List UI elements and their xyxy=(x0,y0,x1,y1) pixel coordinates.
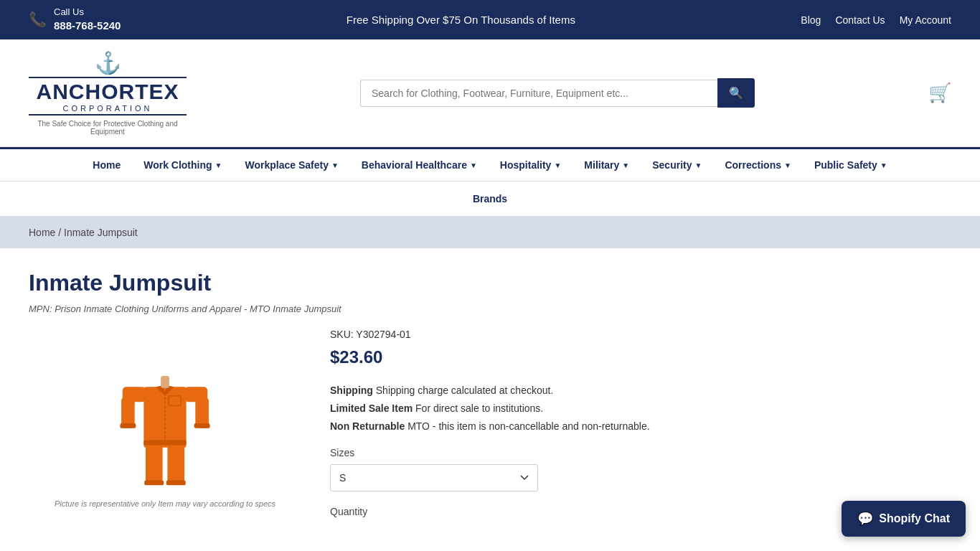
product-image-area: Picture is representative only Item may … xyxy=(29,329,301,517)
product-title: Inmate Jumpsuit xyxy=(29,270,951,296)
product-mpn: MPN: Prison Inmate Clothing Uniforms and… xyxy=(29,303,951,314)
sale-info: Limited Sale Item For direct sale to ins… xyxy=(330,400,951,418)
mpn-value: Prison Inmate Clothing Uniforms and Appa… xyxy=(55,303,341,314)
logo-text: ANCHORTEX xyxy=(36,80,179,104)
size-select[interactable]: S M L XL 2XL 3XL 4XL xyxy=(330,464,538,491)
image-caption: Picture is representative only Item may … xyxy=(55,499,275,508)
svg-rect-6 xyxy=(146,445,163,484)
sale-value: For direct sale to institutions. xyxy=(415,402,543,414)
anchor-icon: ⚓ xyxy=(95,50,121,75)
mpn-prefix: MPN: xyxy=(29,303,52,314)
nav-hospitality[interactable]: Hospitality ▼ xyxy=(489,149,573,181)
top-bar: 📞 Call Us 888-768-5240 Free Shipping Ove… xyxy=(0,0,980,39)
breadcrumb-separator: / xyxy=(58,227,61,238)
chat-label: Shopify Chat xyxy=(879,512,950,525)
behavioral-healthcare-chevron: ▼ xyxy=(470,161,477,169)
shipping-label: Shipping xyxy=(330,385,373,396)
breadcrumb-current: Inmate Jumpsuit xyxy=(64,227,138,238)
military-chevron: ▼ xyxy=(622,161,629,169)
security-chevron: ▼ xyxy=(695,161,702,169)
product-info-block: Shipping Shipping charge calculated at c… xyxy=(330,382,951,436)
nav-military[interactable]: Military ▼ xyxy=(573,149,641,181)
logo-name: ANCHORTEX xyxy=(36,80,179,104)
svg-rect-11 xyxy=(194,423,210,428)
sizes-section: Sizes S M L XL 2XL 3XL 4XL xyxy=(330,447,951,506)
product-layout: Picture is representative only Item may … xyxy=(29,329,951,517)
nav-workplace-safety[interactable]: Workplace Safety ▼ xyxy=(233,149,349,181)
svg-rect-10 xyxy=(120,423,136,428)
phone-number: 888-768-5240 xyxy=(54,19,121,33)
shipping-banner: Free Shipping Over $75 On Thousands of I… xyxy=(347,14,575,26)
top-nav-links: Blog Contact Us My Account xyxy=(801,14,951,26)
workplace-safety-chevron: ▼ xyxy=(331,161,339,169)
return-value: MTO - this item is non-cancellable and n… xyxy=(407,420,649,432)
nav-public-safety[interactable]: Public Safety ▼ xyxy=(803,149,899,181)
secondary-nav: Brands xyxy=(0,182,980,217)
phone-section: 📞 Call Us 888-768-5240 xyxy=(29,6,121,32)
svg-rect-7 xyxy=(167,445,184,484)
main-content: Inmate Jumpsuit MPN: Prison Inmate Cloth… xyxy=(0,248,980,539)
search-bar: 🔍 xyxy=(360,78,755,108)
product-price: $23.60 xyxy=(330,347,951,367)
logo-tagline: The Safe Choice for Protective Clothing … xyxy=(29,120,187,136)
jumpsuit-illustration xyxy=(93,332,237,490)
return-info: Non Returnable MTO - this item is non-ca… xyxy=(330,418,951,435)
svg-rect-12 xyxy=(144,480,164,485)
nav-corrections[interactable]: Corrections ▼ xyxy=(713,149,802,181)
logo-top-line xyxy=(29,77,187,78)
header: ⚓ ANCHORTEX CORPORATION The Safe Choice … xyxy=(0,39,980,147)
shipping-info: Shipping Shipping charge calculated at c… xyxy=(330,382,951,400)
sizes-label: Sizes xyxy=(330,447,951,458)
public-safety-chevron: ▼ xyxy=(880,161,887,169)
nav-work-clothing[interactable]: Work Clothing ▼ xyxy=(132,149,233,181)
logo-bottom-line xyxy=(29,114,187,116)
corrections-chevron: ▼ xyxy=(784,161,791,169)
svg-rect-13 xyxy=(166,480,186,485)
work-clothing-chevron: ▼ xyxy=(215,161,222,169)
svg-rect-15 xyxy=(161,376,169,388)
sale-label: Limited Sale Item xyxy=(330,402,413,414)
nav-brands[interactable]: Brands xyxy=(458,189,522,209)
product-details: SKU: Y302794-01 $23.60 Shipping Shipping… xyxy=(330,329,951,517)
cart-icon[interactable]: 🛒 xyxy=(928,82,951,104)
shipping-value: Shipping charge calculated at checkout. xyxy=(376,385,554,396)
return-label: Non Returnable xyxy=(330,420,405,432)
account-link[interactable]: My Account xyxy=(900,14,951,26)
sku-label: SKU: xyxy=(330,329,354,340)
nav-security[interactable]: Security ▼ xyxy=(641,149,713,181)
contact-link[interactable]: Contact Us xyxy=(835,14,885,26)
breadcrumb-home[interactable]: Home xyxy=(29,227,55,238)
nav-behavioral-healthcare[interactable]: Behavioral Healthcare ▼ xyxy=(350,149,489,181)
chat-button[interactable]: 💬 Shopify Chat xyxy=(842,501,966,537)
sku-line: SKU: Y302794-01 xyxy=(330,329,951,340)
blog-link[interactable]: Blog xyxy=(801,14,821,26)
phone-icon: 📞 xyxy=(29,11,47,28)
logo-corporation: CORPORATION xyxy=(62,104,152,113)
breadcrumb: Home / Inmate Jumpsuit xyxy=(0,217,980,248)
nav-home[interactable]: Home xyxy=(81,149,132,181)
chat-icon: 💬 xyxy=(857,511,873,527)
hospitality-chevron: ▼ xyxy=(554,161,561,169)
logo[interactable]: ⚓ ANCHORTEX CORPORATION The Safe Choice … xyxy=(29,50,187,136)
search-button[interactable]: 🔍 xyxy=(717,78,755,108)
call-us-label: Call Us xyxy=(54,6,121,19)
phone-info: Call Us 888-768-5240 xyxy=(54,6,121,32)
svg-rect-14 xyxy=(143,441,186,446)
primary-nav: Home Work Clothing ▼ Workplace Safety ▼ … xyxy=(0,147,980,182)
sku-value: Y302794-01 xyxy=(356,329,410,340)
product-image xyxy=(36,329,294,494)
search-input[interactable] xyxy=(360,80,717,107)
